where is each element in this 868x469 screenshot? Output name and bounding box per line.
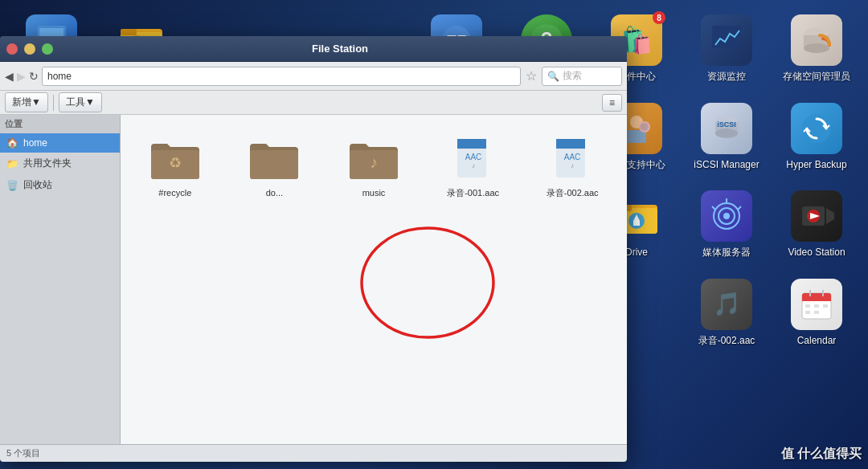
desktop-icon-iscsi-manager[interactable]: iSCSI iSCSI Manager [683, 96, 770, 178]
svg-rect-76 [457, 139, 486, 149]
svg-point-28 [804, 43, 829, 53]
recording-002-label: 录音-002.aac [698, 335, 755, 348]
svg-text:iSCSI: iSCSI [717, 120, 736, 128]
window-maximize-button[interactable] [42, 43, 53, 55]
svg-point-52 [723, 213, 730, 219]
favorite-button[interactable]: ☆ [526, 68, 537, 84]
sidebar-item-home[interactable]: 🏠 home [0, 133, 120, 153]
window-titlebar: File Station [0, 36, 627, 62]
desktop-icon-storage-manager[interactable]: 存储空间管理员 [773, 8, 860, 90]
window-minimize-button[interactable] [24, 43, 35, 55]
audio-file-002-icon: AAC ♪ [547, 133, 598, 184]
desktop-icon-calendar[interactable]: Calendar [773, 272, 860, 354]
package-badge: 8 [653, 11, 665, 24]
shared-icon: 📁 [6, 158, 18, 169]
svg-text:♪: ♪ [370, 153, 378, 171]
status-text: 5 个项目 [6, 447, 40, 459]
svg-rect-80 [556, 139, 585, 149]
resource-monitor-icon [701, 14, 752, 66]
storage-manager-label: 存储空间管理员 [783, 71, 850, 84]
folder-recycle-icon: ♻ [149, 133, 201, 185]
file-station-window: File Station ◀ ▶ ↻ home ☆ 🔍 搜索 新增▼ 工具▼ ≡ [0, 36, 627, 462]
desktop-icon-video-station[interactable]: Video Station [773, 184, 860, 266]
svg-marker-57 [826, 208, 834, 224]
svg-line-54 [738, 206, 741, 210]
svg-rect-67 [823, 304, 828, 308]
search-icon: 🔍 [547, 71, 559, 82]
search-placeholder: 搜索 [563, 69, 582, 83]
recording-002-icon: 🎵 [701, 279, 752, 330]
file-recycle-label: #recycle [158, 188, 191, 198]
watermark: 值 什么值得买 [781, 446, 862, 463]
file-item-music[interactable]: ♪ music [326, 121, 422, 210]
sidebar-item-shared[interactable]: 📁 共用文件夹 [0, 153, 120, 174]
desktop-icon-resource-monitor[interactable]: 资源监控 [683, 8, 770, 90]
home-icon: 🏠 [6, 137, 18, 149]
media-server-label: 媒体服务器 [702, 247, 751, 259]
file-doc-label: do... [266, 188, 283, 198]
sort-button[interactable]: ≡ [602, 94, 622, 112]
svg-text:♪: ♪ [571, 162, 574, 169]
svg-rect-69 [814, 311, 819, 314]
address-bar[interactable]: home [42, 67, 521, 86]
file-item-doc[interactable]: do... [227, 121, 323, 210]
svg-text:♻: ♻ [169, 155, 182, 171]
video-station-icon [791, 190, 842, 242]
svg-point-35 [640, 122, 649, 132]
storage-manager-icon [791, 14, 842, 66]
svg-rect-62 [802, 298, 831, 301]
hyper-backup-icon [791, 103, 842, 154]
svg-text:AAC: AAC [564, 153, 581, 161]
svg-rect-66 [814, 304, 819, 308]
svg-rect-65 [805, 304, 810, 308]
svg-line-55 [712, 206, 715, 210]
svg-point-38 [715, 128, 738, 138]
desktop-icon-hyper-backup[interactable]: Hyper Backup [773, 96, 860, 178]
svg-rect-49 [633, 221, 640, 226]
folder-music-icon: ♪ [348, 133, 399, 185]
window-statusbar: 5 个项目 [0, 444, 627, 462]
sidebar: 位置 🏠 home 📁 共用文件夹 🗑️ 回收站 [0, 115, 121, 444]
svg-rect-25 [712, 26, 741, 48]
svg-rect-68 [805, 311, 810, 314]
window-close-button[interactable] [6, 43, 18, 55]
calendar-label: Calendar [797, 335, 837, 348]
back-button[interactable]: ◀ [5, 70, 14, 83]
file-item-recycle[interactable]: ♻ #recycle [127, 121, 223, 210]
trash-icon: 🗑️ [6, 180, 18, 191]
file-item-recording-001[interactable]: AAC ♪ 录音-001.aac [425, 121, 522, 210]
hyper-backup-label: Hyper Backup [786, 159, 846, 172]
svg-rect-7 [121, 29, 137, 35]
search-bar[interactable]: 🔍 搜索 [542, 67, 622, 86]
refresh-button[interactable]: ↻ [29, 70, 39, 83]
file-music-label: music [362, 188, 386, 198]
svg-text:♪: ♪ [472, 162, 475, 169]
iscsi-manager-label: iSCSI Manager [694, 159, 759, 172]
audio-file-001-icon: AAC ♪ [448, 133, 499, 184]
toolbar-secondary: 新增▼ 工具▼ ≡ [0, 91, 627, 115]
folder-doc-icon [248, 133, 300, 185]
forward-button[interactable]: ▶ [17, 70, 26, 83]
window-body: 位置 🏠 home 📁 共用文件夹 🗑️ 回收站 [0, 115, 627, 444]
svg-rect-72 [250, 150, 298, 179]
calendar-icon [791, 279, 842, 330]
new-button[interactable]: 新增▼ [5, 92, 48, 112]
window-toolbar: ◀ ▶ ↻ home ☆ 🔍 搜索 [0, 62, 627, 91]
media-server-icon [701, 190, 752, 242]
drive-label: Drive [625, 247, 648, 259]
resource-monitor-label: 资源监控 [707, 71, 746, 84]
tools-button[interactable]: 工具▼ [59, 92, 102, 112]
file-recording-002-label: 录音-002.aac [547, 187, 599, 199]
sidebar-item-trash[interactable]: 🗑️ 回收站 [0, 174, 120, 196]
video-station-label: Video Station [788, 247, 845, 259]
svg-text:AAC: AAC [465, 153, 481, 161]
iscsi-manager-icon: iSCSI [701, 103, 752, 154]
file-area: ♻ #recycle do... [121, 115, 627, 444]
desktop: 控制面板 File Station [0, 0, 868, 469]
window-title: File Station [59, 43, 620, 55]
desktop-icon-media-server[interactable]: 媒体服务器 [683, 184, 770, 266]
file-recording-001-label: 录音-001.aac [447, 187, 499, 199]
file-item-recording-002[interactable]: AAC ♪ 录音-002.aac [524, 121, 620, 210]
desktop-icon-recording-002[interactable]: 🎵 录音-002.aac [683, 272, 770, 354]
